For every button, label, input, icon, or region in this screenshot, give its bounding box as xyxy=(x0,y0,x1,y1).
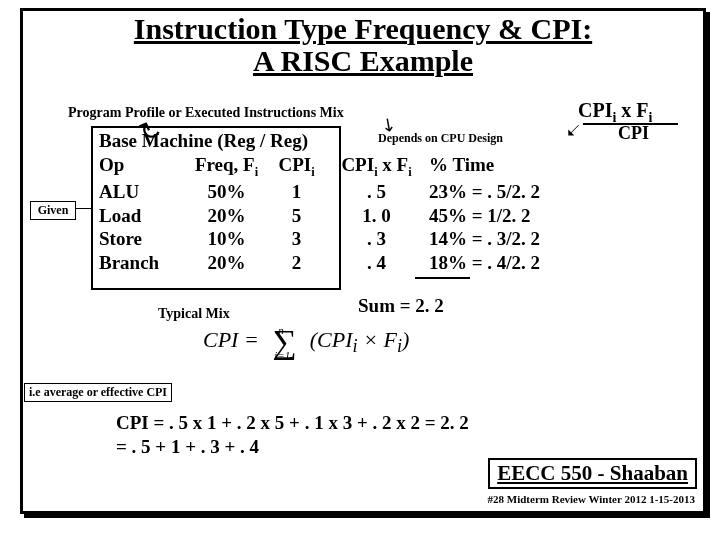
cpi-formula: CPI = n ∑ i=1 (CPIi × Fi) xyxy=(203,327,409,357)
course-footer: EECC 550 - Shaaban xyxy=(488,458,697,489)
table-row: Load20%51. 045% = 1/2. 2 xyxy=(99,204,594,228)
slide-number-footer: #28 Midterm Review Winter 2012 1-15-2013 xyxy=(488,493,695,505)
given-label: Given xyxy=(30,201,76,220)
typical-mix-label: Typical Mix xyxy=(158,306,230,322)
table-header: OpFreq, FiCPIiCPIi x Fi% Time xyxy=(99,153,594,180)
slide-frame: Instruction Type Frequency & CPI: A RISC… xyxy=(20,8,706,514)
cpi-table: Base Machine (Reg / Reg) OpFreq, FiCPIiC… xyxy=(99,129,594,275)
sum-value: Sum = 2. 2 xyxy=(358,295,444,317)
ie-note: i.e average or effective CPI xyxy=(24,383,172,402)
cpi-calculation: CPI = . 5 x 1 + . 2 x 5 + . 1 x 3 + . 2 … xyxy=(116,411,469,459)
fraction-numerator: CPIi x Fi xyxy=(578,99,652,126)
program-profile-label: Program Profile or Executed Instructions… xyxy=(68,105,344,121)
table-row: Branch20%2. 418% = . 4/2. 2 xyxy=(99,251,594,275)
slide-title: Instruction Type Frequency & CPI: A RISC… xyxy=(23,13,703,76)
table-row: Store10%3. 314% = . 3/2. 2 xyxy=(99,227,594,251)
table-title: Base Machine (Reg / Reg) xyxy=(99,129,594,153)
sum-bar xyxy=(415,277,470,279)
given-connector xyxy=(75,208,91,209)
fraction-denominator: CPI xyxy=(618,123,649,144)
table-row: ALU50%1. 523% = . 5/2. 2 xyxy=(99,180,594,204)
